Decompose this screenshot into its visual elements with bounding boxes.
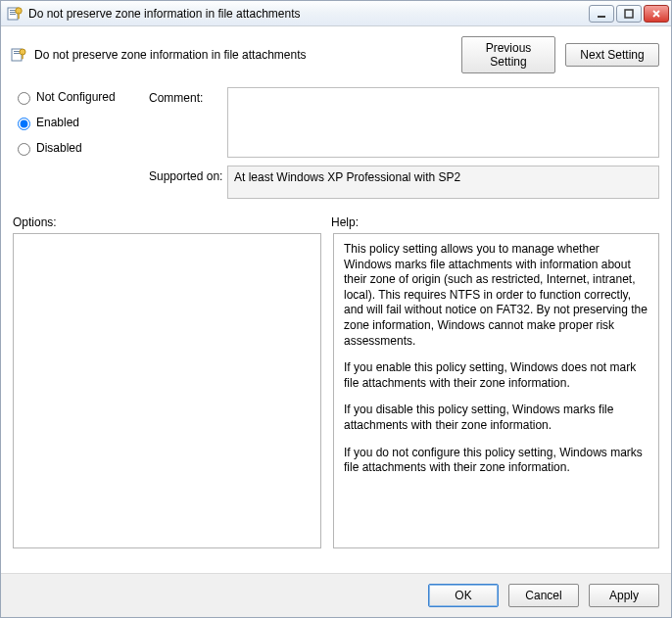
header-row: Do not preserve zone information in file… <box>1 26 671 77</box>
radio-not-configured-label: Not Configured <box>36 90 116 104</box>
dialog-footer: OK Cancel Apply <box>1 573 671 617</box>
close-button[interactable] <box>644 5 669 23</box>
ok-button[interactable]: OK <box>428 584 499 607</box>
svg-rect-12 <box>22 54 23 59</box>
maximize-button[interactable] <box>616 5 642 23</box>
comment-label: Comment: <box>149 87 223 158</box>
minimize-button[interactable] <box>589 5 614 23</box>
radio-not-configured-input[interactable] <box>18 92 30 105</box>
radio-disabled[interactable]: Disabled <box>13 140 145 156</box>
radio-enabled-label: Enabled <box>36 116 79 129</box>
window-title: Do not preserve zone information in file… <box>28 7 589 21</box>
radio-enabled[interactable]: Enabled <box>13 115 145 130</box>
dialog-window: Do not preserve zone information in file… <box>0 0 672 618</box>
svg-rect-3 <box>10 14 16 15</box>
comment-textarea[interactable] <box>227 87 659 158</box>
mid-labels: Options: Help: <box>1 202 671 233</box>
help-paragraph: This policy setting allows you to manage… <box>344 242 648 349</box>
help-paragraph: If you do not configure this policy sett… <box>344 446 648 476</box>
cancel-button[interactable]: Cancel <box>508 584 579 607</box>
help-paragraph: If you disable this policy setting, Wind… <box>344 403 648 433</box>
help-pane: This policy setting allows you to manage… <box>333 233 659 548</box>
minimize-icon <box>597 9 606 19</box>
svg-rect-9 <box>14 51 20 52</box>
policy-icon <box>11 47 26 63</box>
svg-rect-5 <box>18 13 19 19</box>
radio-disabled-label: Disabled <box>36 141 82 155</box>
window-controls <box>589 5 669 23</box>
svg-rect-10 <box>14 53 20 54</box>
options-pane <box>13 233 321 548</box>
help-paragraph: If you enable this policy setting, Windo… <box>344 360 648 391</box>
maximize-icon <box>624 9 634 19</box>
radio-not-configured[interactable]: Not Configured <box>13 89 145 105</box>
supported-on-label: Supported on: <box>149 158 223 202</box>
close-icon <box>651 9 661 19</box>
next-setting-button[interactable]: Next Setting <box>565 43 659 67</box>
radio-disabled-input[interactable] <box>18 143 30 156</box>
policy-title: Do not preserve zone information in file… <box>34 48 452 62</box>
svg-rect-2 <box>10 12 16 13</box>
previous-setting-button[interactable]: Previous Setting <box>461 36 555 73</box>
panes: This policy setting allows you to manage… <box>1 233 671 565</box>
state-radio-group: Not Configured Enabled Disabled <box>13 87 145 202</box>
supported-on-value <box>227 166 659 199</box>
titlebar: Do not preserve zone information in file… <box>1 1 671 26</box>
options-label: Options: <box>13 215 331 229</box>
help-label: Help: <box>331 215 359 229</box>
svg-rect-7 <box>625 10 633 18</box>
radio-enabled-input[interactable] <box>18 118 30 130</box>
svg-rect-1 <box>10 10 16 11</box>
apply-button[interactable]: Apply <box>589 584 659 607</box>
svg-rect-6 <box>598 16 605 18</box>
settings-area: Not Configured Enabled Disabled Comment:… <box>1 87 671 202</box>
policy-icon <box>7 6 23 22</box>
